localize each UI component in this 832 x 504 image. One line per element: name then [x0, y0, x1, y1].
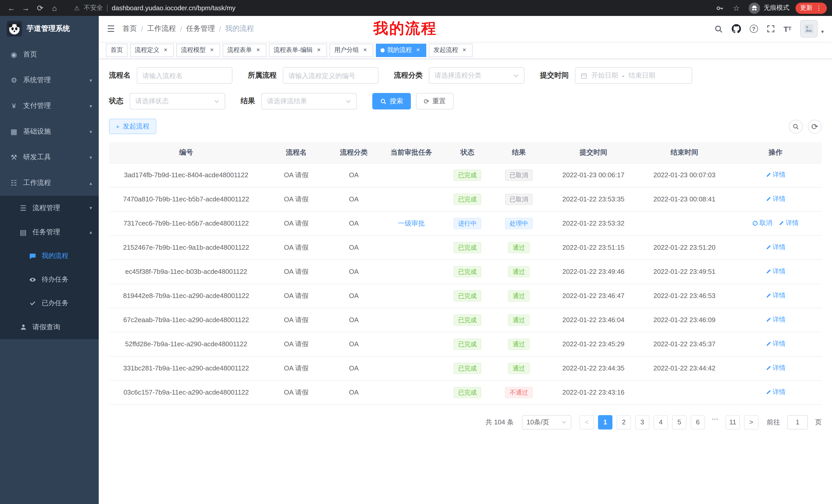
detail-link[interactable]: 详情 — [765, 291, 785, 300]
github-icon[interactable] — [731, 24, 741, 33]
toggle-search-button[interactable] — [789, 119, 803, 133]
refresh-button[interactable]: ⟳ — [808, 119, 822, 133]
address-bar[interactable]: ⚠ 不安全 dashboard.yudao.iocoder.cn/bpm/tas… — [74, 4, 714, 12]
detail-link[interactable]: 详情 — [765, 315, 785, 324]
reset-button[interactable]: ⟳重置 — [416, 93, 453, 109]
chevron-down-icon: ▾ — [89, 155, 92, 160]
sidebar-item-my-process[interactable]: 我的流程 — [0, 244, 99, 268]
tab-close-icon[interactable]: × — [255, 47, 262, 54]
tab-close-icon[interactable]: × — [162, 47, 169, 54]
page-ellipsis[interactable]: ⋯ — [709, 415, 722, 429]
task-cell — [379, 332, 444, 356]
sidebar-item-workflow[interactable]: ☷工作流程▴ — [0, 170, 99, 196]
status-tag: 已完成 — [453, 290, 481, 301]
range-separator: - — [622, 72, 625, 79]
sidebar-item-leave-query[interactable]: 请假查询 — [0, 315, 99, 339]
detail-link[interactable]: 详情 — [765, 171, 785, 179]
font-size-icon[interactable]: TT — [783, 25, 791, 33]
detail-link[interactable]: 详情 — [765, 364, 785, 372]
page-button-5[interactable]: 5 — [672, 415, 686, 429]
hamburger-icon[interactable]: ☰ — [107, 24, 115, 33]
page-button-2[interactable]: 2 — [617, 415, 631, 429]
result-select[interactable]: 请选择流结果 — [261, 93, 357, 109]
tab-home[interactable]: 首页 — [106, 44, 128, 57]
tab-close-icon[interactable]: × — [362, 47, 369, 54]
tab-create-process[interactable]: 发起流程× — [429, 44, 473, 57]
task-cell — [379, 356, 444, 380]
page-button-6[interactable]: 6 — [691, 415, 705, 429]
status-select[interactable]: 请选择状态 — [130, 93, 225, 109]
table-row: 7470a810-7b9b-11ec-b5b7-acde48001122OA 请… — [109, 187, 822, 211]
sidebar-item-payment[interactable]: ¥支付管理▾ — [0, 93, 99, 119]
bookmark-star-icon[interactable]: ☆ — [730, 2, 743, 14]
search-button[interactable]: 搜索 — [372, 93, 411, 109]
detail-link[interactable]: 详情 — [779, 219, 799, 228]
submit-time-range[interactable]: 开始日期-结束日期 — [575, 67, 692, 84]
help-icon[interactable]: ? — [750, 25, 758, 33]
fullscreen-icon[interactable] — [766, 25, 775, 33]
search-icon[interactable] — [714, 24, 723, 33]
breadcrumb-item[interactable]: 工作流程 — [147, 24, 176, 33]
detail-link[interactable]: 详情 — [765, 243, 785, 252]
pencil-icon — [765, 196, 771, 202]
tab-process-model[interactable]: 流程模型× — [176, 44, 220, 57]
sidebar-item-devtools[interactable]: ⚒研发工具▾ — [0, 144, 99, 170]
browser-forward-icon[interactable]: → — [20, 2, 32, 14]
sidebar-item-done-tasks[interactable]: 已办任务 — [0, 291, 99, 315]
sidebar-item-infrastructure[interactable]: ▦基础设施▾ — [0, 119, 99, 144]
tab-user-group[interactable]: 用户分组× — [330, 44, 373, 57]
sidebar-item-process-management[interactable]: ☰流程管理▾ — [0, 196, 99, 220]
column-header: 提交时间 — [547, 142, 640, 163]
app-logo[interactable]: 芋道管理系统 — [0, 16, 99, 41]
detail-link[interactable]: 详情 — [765, 388, 785, 397]
goto-page-input[interactable] — [787, 415, 808, 429]
end-time-cell: 2022-01-23 00:08:41 — [640, 187, 729, 211]
sidebar-item-system[interactable]: ⚙系统管理▾ — [0, 67, 99, 93]
submit-time-cell: 2022-01-22 23:44:35 — [547, 356, 640, 380]
process-definition-input[interactable] — [283, 67, 379, 84]
tab-process-form-edit[interactable]: 流程表单-编辑× — [269, 44, 327, 57]
avatar[interactable] — [800, 20, 817, 37]
breadcrumb-item[interactable]: 首页 — [123, 24, 137, 33]
infra-icon: ▦ — [9, 128, 19, 135]
prev-page-button[interactable]: < — [579, 415, 594, 429]
update-button[interactable]: 更新 ⋮ — [796, 2, 827, 13]
tab-close-icon[interactable]: × — [208, 47, 215, 54]
browser-menu-dots-icon[interactable]: ⋮ — [815, 5, 822, 11]
page-size-select[interactable]: 10条/页 — [522, 415, 571, 429]
detail-link[interactable]: 详情 — [765, 195, 785, 203]
process-category-select[interactable]: 请选择流程分类 — [429, 67, 524, 84]
process-name-input[interactable] — [137, 67, 232, 84]
sidebar-item-home[interactable]: ◉首页 — [0, 41, 99, 67]
browser-back-icon[interactable]: ← — [5, 2, 18, 14]
detail-link[interactable]: 详情 — [765, 340, 785, 348]
page-button-11[interactable]: 11 — [726, 415, 740, 429]
page-button-3[interactable]: 3 — [635, 415, 649, 429]
tab-process-form[interactable]: 流程表单× — [223, 44, 266, 57]
page-button-1[interactable]: 1 — [598, 415, 613, 429]
category-cell: OA — [329, 235, 379, 259]
task-link[interactable]: 一级审批 — [398, 219, 425, 228]
sidebar-item-task-management[interactable]: ▤任务管理▴ — [0, 220, 99, 244]
detail-link[interactable]: 详情 — [765, 267, 785, 276]
browser-home-icon[interactable]: ⌂ — [48, 2, 61, 14]
breadcrumb-item: 我的流程 — [225, 24, 254, 33]
page-button-4[interactable]: 4 — [654, 415, 668, 429]
browser-reload-icon[interactable]: ⟳ — [34, 2, 46, 14]
result-cell: 不通过 — [491, 380, 547, 404]
process-table: 编号流程名流程分类当前审批任务状态结果提交时间结束时间操作 3ad174fb-7… — [109, 142, 822, 404]
sidebar-item-label: 系统管理 — [23, 76, 51, 85]
password-key-icon[interactable] — [716, 4, 724, 12]
sidebar-item-todo-tasks[interactable]: 待办任务 — [0, 268, 99, 291]
create-process-button[interactable]: + 发起流程 — [109, 119, 156, 134]
tab-close-icon[interactable]: × — [461, 47, 468, 54]
cancel-link[interactable]: 取消 — [752, 219, 772, 228]
tab-my-process[interactable]: 我的流程× — [376, 44, 426, 57]
tab-process-definition[interactable]: 流程定义× — [130, 44, 174, 57]
table-row: 52ffd28e-7b9a-11ec-a290-acde48001122OA 请… — [109, 332, 822, 356]
tab-close-icon[interactable]: × — [414, 47, 422, 54]
avatar-caret-icon[interactable]: ▾ — [821, 29, 824, 34]
next-page-button[interactable]: > — [744, 415, 758, 429]
breadcrumb-item[interactable]: 任务管理 — [186, 24, 215, 33]
tab-close-icon[interactable]: × — [315, 47, 322, 54]
